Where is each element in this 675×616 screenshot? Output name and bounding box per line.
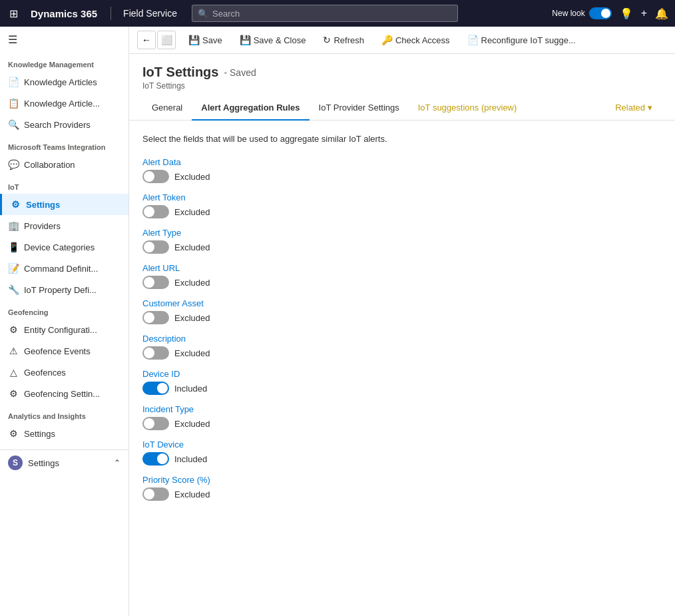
field-row-alert-url: Alert URLExcluded <box>142 263 662 289</box>
sidebar-item-collaboration[interactable]: 💬 Collaboration <box>0 154 128 175</box>
sidebar-item-analytics-settings[interactable]: ⚙ Settings <box>0 423 128 444</box>
check-access-icon: 🔑 <box>381 35 393 45</box>
section-label-geofencing: Geofencing <box>0 300 128 319</box>
toggle-row-customer-asset: Excluded <box>142 311 662 324</box>
page-header: IoT Settings - Saved IoT Settings <box>129 54 675 96</box>
page-title: IoT Settings <box>142 65 218 80</box>
toggle-label-alert-data: Excluded <box>174 172 210 182</box>
sidebar-item-geofencing-settings[interactable]: ⚙ Geofencing Settin... <box>0 383 128 404</box>
tab-iot-suggestions[interactable]: IoT suggestions (preview) <box>409 96 527 121</box>
field-row-incident-type: Incident TypeExcluded <box>142 404 662 430</box>
tab-related[interactable]: Related ▾ <box>606 96 662 121</box>
field-label-incident-type: Incident Type <box>142 404 662 414</box>
toggle-label-priority-score: Excluded <box>174 489 210 499</box>
toggle-iot-device[interactable] <box>142 452 169 465</box>
field-row-alert-token: Alert TokenExcluded <box>142 192 662 218</box>
command-definitions-icon: 📝 <box>8 263 19 274</box>
back-button[interactable]: ← <box>137 31 156 49</box>
bell-icon[interactable]: 🔔 <box>655 7 668 20</box>
field-row-description: DescriptionExcluded <box>142 334 662 360</box>
plus-icon[interactable]: + <box>641 7 647 19</box>
toggle-label-device-id: Included <box>174 384 207 394</box>
app-grid-button[interactable]: ⊞ <box>7 7 20 20</box>
tab-general[interactable]: General <box>142 96 192 121</box>
toggle-alert-type[interactable] <box>142 240 169 254</box>
page-subtitle: IoT Settings <box>142 81 662 91</box>
tab-bar: General Alert Aggregation Rules IoT Prov… <box>129 96 675 121</box>
sidebar-section-knowledge: Knowledge Management 📄 Knowledge Article… <box>0 53 128 135</box>
content-area: Select the fields that will be used to a… <box>129 121 675 616</box>
hamburger-button[interactable]: ☰ <box>0 27 128 53</box>
field-label-description: Description <box>142 334 662 344</box>
sidebar-item-providers[interactable]: 🏢 Providers <box>0 215 128 236</box>
sidebar-item-geofences[interactable]: △ Geofences <box>0 362 128 383</box>
toggle-alert-data[interactable] <box>142 170 169 183</box>
sidebar-item-device-categories[interactable]: 📱 Device Categories <box>0 236 128 258</box>
device-categories-icon: 📱 <box>8 242 19 252</box>
toggle-priority-score[interactable] <box>142 487 169 501</box>
toggle-row-alert-data: Excluded <box>142 170 662 183</box>
field-row-customer-asset: Customer AssetExcluded <box>142 298 662 324</box>
refresh-button[interactable]: ↻ Refresh <box>316 31 371 49</box>
lightbulb-icon[interactable]: 💡 <box>620 7 633 20</box>
related-chevron-icon: ▾ <box>648 103 652 113</box>
sidebar-item-label: Settings <box>26 200 60 210</box>
sidebar-item-bottom-settings[interactable]: S Settings ⌃ <box>0 450 128 475</box>
sidebar-section-analytics: Analytics and Insights ⚙ Settings <box>0 404 128 444</box>
knowledge-articles-icon: 📄 <box>8 77 19 87</box>
toggle-customer-asset[interactable] <box>142 311 169 324</box>
toggle-row-iot-device: Included <box>142 452 662 465</box>
grid-icon: ⊞ <box>9 7 18 20</box>
new-window-button[interactable]: ⬜ <box>157 31 176 49</box>
new-look-toggle: New look <box>552 7 611 19</box>
new-look-label: New look <box>552 9 584 18</box>
sidebar-item-knowledge-articles[interactable]: 📄 Knowledge Articles <box>0 71 128 93</box>
sidebar-item-iot-property-defs[interactable]: 🔧 IoT Property Defi... <box>0 279 128 300</box>
new-look-switch[interactable] <box>589 7 612 19</box>
global-search[interactable]: 🔍 <box>192 5 458 22</box>
sidebar-section-teams: Microsoft Teams Integration 💬 Collaborat… <box>0 135 128 175</box>
sidebar-section-geofencing: Geofencing ⚙ Entity Configurati... ⚠ Geo… <box>0 300 128 404</box>
sidebar-item-label: Command Definit... <box>24 264 98 274</box>
sidebar-item-knowledge-articles-2[interactable]: 📋 Knowledge Article... <box>0 93 128 114</box>
toggle-incident-type[interactable] <box>142 417 169 430</box>
search-icon: 🔍 <box>198 9 208 19</box>
sidebar-item-entity-configuration[interactable]: ⚙ Entity Configurati... <box>0 319 128 340</box>
section-label-iot: IoT <box>0 175 128 194</box>
avatar-icon: S <box>8 456 23 470</box>
toggle-row-alert-type: Excluded <box>142 240 662 254</box>
geofencing-settings-icon: ⚙ <box>8 388 19 399</box>
sidebar-item-search-providers[interactable]: 🔍 Search Providers <box>0 114 128 135</box>
save-close-icon: 💾 <box>240 35 251 45</box>
sidebar-item-command-definitions[interactable]: 📝 Command Definit... <box>0 258 128 279</box>
save-button[interactable]: 💾 Save <box>181 31 230 49</box>
toggle-description[interactable] <box>142 346 169 360</box>
tab-alert-aggregation-rules[interactable]: Alert Aggregation Rules <box>192 96 309 121</box>
sidebar-item-label: Entity Configurati... <box>24 325 97 335</box>
sidebar-item-label: Geofence Events <box>24 346 91 356</box>
brand-label: Dynamics 365 <box>25 8 103 19</box>
save-close-button[interactable]: 💾 Save & Close <box>232 31 314 49</box>
toggle-alert-url[interactable] <box>142 276 169 289</box>
toggle-row-alert-url: Excluded <box>142 276 662 289</box>
toggle-row-priority-score: Excluded <box>142 487 662 501</box>
search-input[interactable] <box>212 9 452 19</box>
check-access-button[interactable]: 🔑 Check Access <box>374 31 457 49</box>
reconfigure-icon: 📄 <box>467 35 479 45</box>
sidebar-item-geofence-events[interactable]: ⚠ Geofence Events <box>0 340 128 362</box>
toggle-row-incident-type: Excluded <box>142 417 662 430</box>
providers-icon: 🏢 <box>8 220 19 231</box>
geofences-icon: △ <box>8 367 19 378</box>
tab-iot-provider-settings[interactable]: IoT Provider Settings <box>310 96 409 121</box>
field-label-alert-url: Alert URL <box>142 263 662 273</box>
section-label-knowledge: Knowledge Management <box>0 53 128 71</box>
toggle-label-customer-asset: Excluded <box>174 313 210 323</box>
reconfigure-button[interactable]: 📄 Reconfigure IoT sugge... <box>460 31 583 49</box>
toggle-device-id[interactable] <box>142 382 169 395</box>
sidebar-item-iot-settings[interactable]: ⚙ Settings <box>0 194 128 215</box>
field-row-device-id: Device IDIncluded <box>142 369 662 395</box>
entity-config-icon: ⚙ <box>8 324 19 335</box>
toggle-label-iot-device: Included <box>174 454 207 464</box>
toggle-alert-token[interactable] <box>142 205 169 218</box>
field-label-customer-asset: Customer Asset <box>142 298 662 308</box>
